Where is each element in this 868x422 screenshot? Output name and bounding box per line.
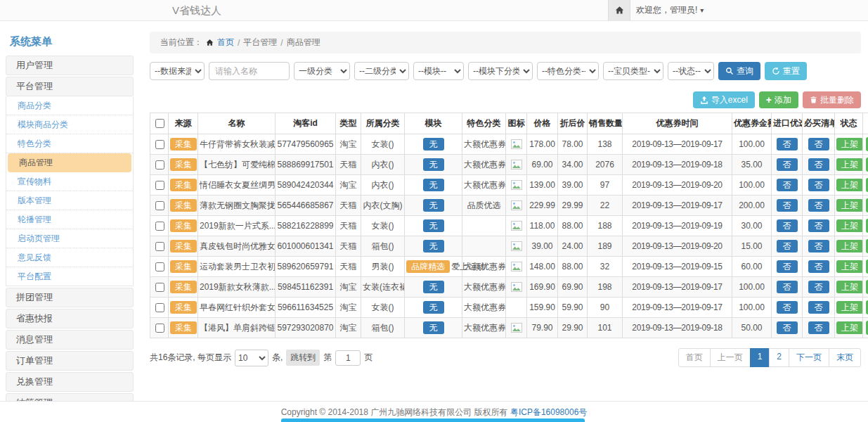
row-checkbox[interactable] [155,140,164,149]
status-button[interactable]: 上架 [836,321,863,334]
sidebar-group-6[interactable]: 兑换管理 [6,372,134,392]
filter-select-feature-category[interactable]: --特色分类-- [537,62,599,80]
import-select-toggle[interactable]: 否 [777,138,798,151]
import-select-toggle[interactable]: 否 [777,240,798,252]
batch-delete-button[interactable]: 批量删除 [803,91,861,108]
status-button[interactable]: 上架 [836,219,863,232]
sidebar-group-5[interactable]: 订单管理 [6,351,134,371]
page-next[interactable]: 下一页 [789,348,829,367]
filter-select-module-subcategory[interactable]: --模块下分类-- [468,62,533,80]
sidebar-item-1-7[interactable]: 启动页管理 [6,229,133,248]
reset-button[interactable]: 重置 [765,62,807,80]
filter-select-data-source[interactable]: --数据来源-- [150,62,205,80]
edit-button[interactable] [866,198,868,212]
edit-button[interactable] [866,239,868,253]
edit-button[interactable] [866,280,868,294]
filter-select-module[interactable]: --模块-- [413,62,464,80]
status-button[interactable]: 上架 [836,240,863,252]
import-select-toggle[interactable]: 否 [777,281,798,293]
must-buy-toggle[interactable]: 否 [808,138,829,151]
page-2[interactable]: 2 [769,348,789,367]
must-buy-toggle[interactable]: 否 [808,219,829,232]
name-search-input[interactable] [209,62,290,80]
status-button[interactable]: 上架 [836,138,863,151]
sidebar-item-1-6[interactable]: 轮播管理 [6,210,133,229]
row-checkbox[interactable] [155,201,164,210]
must-buy-toggle[interactable]: 否 [808,199,829,212]
must-buy-toggle[interactable]: 否 [808,321,829,334]
import-select-toggle[interactable]: 否 [777,301,798,314]
edit-button[interactable] [866,300,868,314]
sidebar-group-2[interactable]: 拼团管理 [6,288,134,307]
add-button[interactable]: + 添加 [759,91,798,108]
module-badge[interactable]: 无 [423,138,444,151]
row-checkbox[interactable] [155,160,164,170]
edit-button[interactable] [866,260,868,274]
must-buy-toggle[interactable]: 否 [808,281,829,293]
search-button[interactable]: 查询 [718,62,760,80]
sidebar-item-1-8[interactable]: 意见反馈 [6,248,133,267]
edit-button[interactable] [866,178,868,192]
status-button[interactable]: 上架 [836,158,863,171]
row-checkbox[interactable] [155,283,164,292]
row-checkbox[interactable] [155,303,164,312]
module-badge[interactable]: 无 [423,179,444,191]
select-all-checkbox[interactable] [155,119,164,128]
module-badge[interactable]: 无 [423,321,444,334]
module-badge[interactable]: 无 [423,281,444,293]
filter-select-level1-category[interactable]: 一级分类 [294,62,350,80]
module-badge[interactable]: 无 [423,240,444,252]
status-button[interactable]: 上架 [836,260,863,273]
sidebar-group-3[interactable]: 省惠快报 [6,309,134,328]
page-last[interactable]: 末页 [829,348,861,367]
module-badge[interactable]: 无 [423,219,444,232]
import-select-toggle[interactable]: 否 [777,179,798,191]
home-button[interactable] [608,0,630,20]
page-prev[interactable]: 上一页 [710,348,751,367]
breadcrumb-home-link[interactable]: 首页 [217,37,234,49]
status-button[interactable]: 上架 [836,199,863,212]
user-menu[interactable]: 欢迎您，管理员!▾ [636,0,704,20]
per-page-select[interactable]: 10 [235,350,268,366]
edit-button[interactable] [866,137,868,151]
page-first[interactable]: 首页 [678,348,711,367]
sidebar-group-4[interactable]: 消息管理 [6,330,134,350]
edit-button[interactable] [866,219,868,233]
import-select-toggle[interactable]: 否 [777,219,798,232]
sidebar-item-1-1[interactable]: 模块商品分类 [6,115,133,134]
sidebar-item-1-4[interactable]: 宣传物料 [6,172,133,191]
module-badge[interactable]: 无 [423,199,444,212]
jump-page-input[interactable] [335,350,361,366]
import-select-toggle[interactable]: 否 [777,199,798,212]
row-checkbox[interactable] [155,222,164,231]
import-select-toggle[interactable]: 否 [777,158,798,171]
sidebar-group-0[interactable]: 用户管理 [6,56,134,75]
sidebar-item-1-0[interactable]: 商品分类 [6,96,133,115]
row-checkbox[interactable] [155,262,164,271]
import-select-toggle[interactable]: 否 [777,321,798,334]
status-button[interactable]: 上架 [836,179,863,191]
filter-select-status[interactable]: --状态-- [668,62,714,80]
import-excel-button[interactable]: 导入excel [693,91,755,108]
sidebar-item-1-9[interactable]: 平台配置 [6,267,133,286]
sidebar-group-1[interactable]: 平台管理 [6,77,134,96]
module-badge[interactable]: 无 [423,301,444,314]
must-buy-toggle[interactable]: 否 [808,301,829,314]
must-buy-toggle[interactable]: 否 [808,179,829,191]
row-checkbox[interactable] [155,324,164,333]
status-button[interactable]: 上架 [836,281,863,293]
must-buy-toggle[interactable]: 否 [808,240,829,252]
page-1[interactable]: 1 [750,348,770,367]
import-select-toggle[interactable]: 否 [777,260,798,273]
module-badge[interactable]: 无 [423,158,444,171]
edit-button[interactable] [866,158,868,172]
sidebar-item-1-2[interactable]: 特色分类 [6,134,133,153]
filter-select-level2-category[interactable]: --二级分类-- [354,62,409,80]
must-buy-toggle[interactable]: 否 [808,158,829,171]
sidebar-item-1-5[interactable]: 版本管理 [6,191,133,210]
filter-select-item-type[interactable]: --宝贝类型-- [603,62,663,80]
row-checkbox[interactable] [155,242,164,251]
edit-button[interactable] [866,321,868,335]
status-button[interactable]: 上架 [836,301,863,314]
row-checkbox[interactable] [155,181,164,190]
